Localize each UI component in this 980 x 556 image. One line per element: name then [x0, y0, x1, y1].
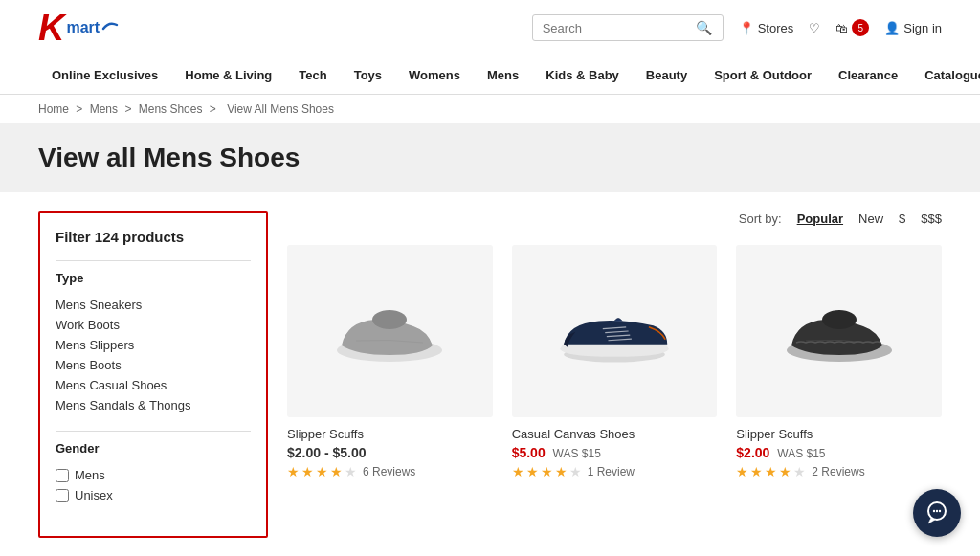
filter-gender-unisex-label: Unisex [75, 488, 113, 502]
svg-point-12 [939, 510, 941, 512]
filter-type-mens-casual-shoes[interactable]: Mens Casual Shoes [56, 375, 251, 395]
review-count-2: 2 Reviews [812, 465, 864, 478]
chat-icon [924, 500, 949, 525]
star-4: ★ [330, 464, 343, 479]
svg-point-11 [936, 510, 938, 512]
product-image-2 [736, 245, 942, 417]
logo[interactable]: K mart [38, 10, 119, 46]
search-bar[interactable]: 🔍 [532, 14, 724, 41]
review-count-1: 1 Review [588, 465, 635, 478]
star-5: ★ [569, 464, 582, 479]
product-price-current-1: $5.00 [512, 445, 546, 460]
nav-item-clearance[interactable]: Clearance [825, 56, 911, 94]
nav-item-catalogue[interactable]: Catalogue [911, 56, 980, 94]
product-sneaker-navy-icon [552, 269, 677, 393]
product-image-1 [512, 245, 718, 417]
chat-button[interactable] [913, 489, 961, 537]
star-5: ★ [345, 464, 357, 479]
search-icon[interactable]: 🔍 [696, 20, 712, 35]
star-5: ★ [793, 464, 806, 479]
star-3: ★ [765, 464, 777, 479]
review-count-0: 6 Reviews [363, 465, 415, 478]
product-stars-0: ★ ★ ★ ★ ★ 6 Reviews [287, 464, 493, 479]
filter-sidebar: Filter 124 products Type Mens Sneakers W… [38, 211, 268, 538]
sort-new[interactable]: New [858, 211, 883, 226]
star-2: ★ [301, 464, 314, 479]
nav-item-womens[interactable]: Womens [395, 56, 474, 94]
nav-item-kids-baby[interactable]: Kids & Baby [532, 56, 633, 94]
filter-type-mens-slippers[interactable]: Mens Slippers [56, 335, 251, 355]
breadcrumb-mens[interactable]: Mens [90, 102, 118, 116]
star-1: ★ [512, 464, 524, 479]
svg-point-10 [933, 510, 935, 512]
user-icon: 👤 [884, 21, 900, 35]
location-icon: 📍 [739, 21, 754, 35]
filter-gender-unisex-checkbox[interactable] [56, 489, 69, 502]
filter-type-work-boots[interactable]: Work Boots [56, 315, 251, 335]
star-3: ★ [541, 464, 553, 479]
filter-type-mens-boots[interactable]: Mens Boots [56, 355, 251, 375]
star-3: ★ [316, 464, 328, 479]
product-price-1: $5.00 WAS $15 [512, 445, 718, 460]
nav-item-tech[interactable]: Tech [285, 56, 340, 94]
product-image-0 [287, 245, 493, 417]
product-name-0: Slipper Scuffs [287, 427, 493, 441]
breadcrumb: Home > Mens > Mens Shoes > View All Mens… [0, 95, 980, 123]
breadcrumb-current: View All Mens Shoes [227, 102, 334, 116]
product-price-0: $2.00 - $5.00 [287, 445, 493, 460]
product-stars-2: ★ ★ ★ ★ ★ 2 Reviews [736, 464, 942, 479]
sort-price-high[interactable]: $$$ [921, 211, 942, 226]
filter-type-mens-sneakers[interactable]: Mens Sneakers [56, 295, 251, 315]
filter-header: Filter 124 products [56, 229, 251, 245]
cart-count: 5 [852, 19, 869, 36]
wishlist-button[interactable]: ♡ [809, 21, 820, 35]
header: K mart 🔍 📍 Stores ♡ 🛍 5 👤 Sign in [0, 0, 980, 56]
star-4: ★ [779, 464, 791, 479]
sort-price-low[interactable]: $ [899, 211, 905, 226]
sort-label: Sort by: [739, 211, 782, 226]
breadcrumb-home[interactable]: Home [38, 102, 69, 116]
product-price-range-0: $2.00 - $5.00 [287, 445, 367, 460]
sort-popular[interactable]: Popular [797, 211, 843, 226]
product-stars-1: ★ ★ ★ ★ ★ 1 Review [512, 464, 718, 479]
nav-item-online-exclusives[interactable]: Online Exclusives [38, 56, 171, 94]
cart-button[interactable]: 🛍 5 [835, 19, 869, 36]
product-slipper-gray-icon [327, 269, 452, 393]
svg-point-8 [822, 310, 857, 329]
product-card-2[interactable]: Slipper Scuffs $2.00 WAS $15 ★ ★ ★ ★ ★ 2… [736, 245, 942, 479]
sort-bar: Sort by: Popular New $ $$$ [287, 211, 942, 226]
nav-item-toys[interactable]: Toys [341, 56, 395, 94]
bag-icon: 🛍 [835, 21, 848, 35]
main-content: Filter 124 products Type Mens Sneakers W… [0, 192, 980, 556]
nav-item-mens[interactable]: Mens [474, 56, 532, 94]
product-card-0[interactable]: Slipper Scuffs $2.00 - $5.00 ★ ★ ★ ★ ★ 6… [287, 245, 493, 479]
logo-mart: mart [66, 19, 100, 36]
product-grid: Slipper Scuffs $2.00 - $5.00 ★ ★ ★ ★ ★ 6… [287, 245, 942, 479]
stores-button[interactable]: 📍 Stores [739, 21, 794, 35]
breadcrumb-mens-shoes[interactable]: Mens Shoes [139, 102, 203, 116]
header-right: 🔍 📍 Stores ♡ 🛍 5 👤 Sign in [532, 14, 942, 41]
product-card-1[interactable]: Casual Canvas Shoes $5.00 WAS $15 ★ ★ ★ … [512, 245, 718, 479]
product-price-current-2: $2.00 [736, 445, 769, 460]
filter-gender-mens-checkbox[interactable] [56, 469, 69, 482]
filter-gender-title: Gender [56, 431, 251, 456]
sign-in-button[interactable]: 👤 Sign in [884, 21, 942, 35]
page-title: View all Mens Shoes [38, 143, 942, 173]
product-price-was-2: WAS $15 [777, 447, 825, 460]
svg-point-1 [372, 310, 407, 329]
nav-item-home-living[interactable]: Home & Living [171, 56, 285, 94]
filter-gender-unisex[interactable]: Unisex [56, 485, 251, 505]
logo-swoosh-icon [101, 19, 119, 36]
search-input[interactable] [543, 21, 696, 35]
filter-gender-mens[interactable]: Mens [56, 465, 251, 485]
star-4: ★ [555, 464, 568, 479]
product-price-2: $2.00 WAS $15 [736, 445, 942, 460]
nav: Online Exclusives Home & Living Tech Toy… [0, 56, 980, 95]
products-area: Sort by: Popular New $ $$$ [287, 211, 942, 538]
nav-item-sport-outdoor[interactable]: Sport & Outdoor [701, 56, 825, 94]
product-slipper-dark-icon [777, 269, 902, 393]
nav-item-beauty[interactable]: Beauty [633, 56, 701, 94]
product-name-2: Slipper Scuffs [736, 427, 942, 441]
logo-k: K [38, 10, 64, 46]
filter-type-mens-sandals[interactable]: Mens Sandals & Thongs [56, 395, 251, 415]
